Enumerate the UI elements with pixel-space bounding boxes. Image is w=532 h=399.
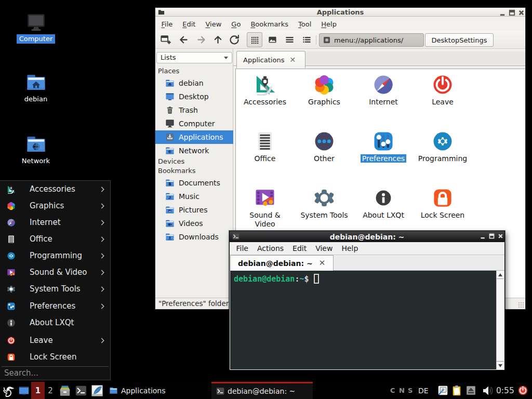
sidebar-item-trash[interactable]: Trash [155, 103, 233, 117]
menu-item-programming[interactable]: Programming [0, 247, 110, 264]
desktop-icon-computer[interactable]: Computer [14, 12, 58, 44]
menu-item-sound-video[interactable]: Sound & Video [0, 264, 110, 281]
app-item-about-lxqt[interactable]: About LXQt [354, 187, 413, 220]
terminal-menu-actions[interactable]: Actions [252, 243, 288, 254]
sidebar-item-desktop[interactable]: Desktop [155, 90, 233, 103]
tab-close-icon[interactable]: ✕ [289, 56, 296, 63]
sidebar-item-downloads[interactable]: Downloads [155, 230, 233, 244]
leave-button[interactable] [517, 382, 528, 399]
thumbnail-view-button[interactable] [266, 33, 278, 46]
back-button[interactable] [177, 33, 190, 46]
new-tab-button[interactable] [159, 33, 172, 46]
reload-button[interactable] [228, 33, 241, 46]
tray-volume[interactable] [481, 382, 494, 399]
fm-menu-edit[interactable]: Edit [178, 18, 201, 30]
menu-search-input[interactable]: Search... [4, 368, 38, 378]
terminal-menu-edit[interactable]: Edit [288, 243, 311, 254]
sidebar-mode-combobox[interactable]: Lists [156, 52, 232, 63]
menu-item-internet[interactable]: Internet [0, 214, 110, 231]
show-desktop-button[interactable] [18, 382, 30, 399]
desktop-icon-network[interactable]: Network [14, 134, 58, 166]
fm-menu-bookmarks[interactable]: Bookmarks [246, 18, 294, 30]
desktop-icon-debian[interactable]: debian [14, 72, 58, 104]
app-item-programming[interactable]: Programming [413, 130, 472, 163]
tray-clipboard[interactable] [451, 382, 462, 399]
app-item-sound-video[interactable]: Sound & Video [235, 187, 295, 229]
terminal-menu-view[interactable]: View [311, 243, 337, 254]
lock-screen-icon [432, 187, 454, 209]
app-item-preferences[interactable]: Preferences [354, 130, 413, 163]
programming-icon [7, 251, 16, 260]
menu-item-preferences[interactable]: Preferences [0, 298, 110, 314]
fm-menu-view[interactable]: View [201, 18, 227, 30]
menu-item-about-lxqt[interactable]: About LXQt [0, 314, 110, 331]
up-button[interactable] [211, 33, 224, 46]
sidebar-item-videos[interactable]: Videos [155, 217, 233, 230]
system-tools-icon [313, 187, 335, 209]
internet-icon [373, 74, 394, 96]
menu-item-office[interactable]: Office [0, 231, 110, 247]
resize-grip[interactable] [518, 302, 524, 308]
sidebar-item-network[interactable]: Network [155, 144, 233, 157]
scroll-up-icon[interactable] [497, 271, 504, 279]
app-item-lock-screen[interactable]: Lock Screen [413, 187, 472, 220]
detailed-view-button[interactable] [300, 33, 313, 46]
fm-menu-tool[interactable]: Tool [294, 18, 316, 30]
terminal-menu-file[interactable]: File [232, 243, 252, 254]
fm-menu-go[interactable]: Go [227, 18, 246, 30]
path-segment-applications[interactable]: menu://applications/ [319, 33, 424, 47]
quicklaunch-file-manager[interactable] [59, 382, 71, 399]
app-item-internet[interactable]: Internet [354, 74, 413, 107]
app-item-accessories[interactable]: Accessories [235, 74, 295, 107]
forward-button[interactable] [195, 33, 207, 46]
scroll-down-icon[interactable] [497, 361, 504, 369]
tab-close-icon[interactable]: ✕ [319, 259, 326, 267]
app-item-graphics[interactable]: Graphics [295, 74, 354, 107]
sidebar-item-applications[interactable]: Applications [155, 130, 233, 144]
task-button-terminal[interactable]: debian@debian: ~ [211, 382, 313, 399]
app-menu-button[interactable] [2, 382, 15, 399]
minimize-button[interactable] [479, 232, 487, 240]
quicklaunch-featherpad[interactable] [91, 382, 103, 399]
taskbar-clock[interactable]: 0:55 [496, 382, 514, 399]
tray-screenshot[interactable] [437, 382, 448, 399]
fm-menu-file[interactable]: File [156, 18, 178, 30]
app-item-office[interactable]: Office [235, 130, 295, 163]
fm-menu-help[interactable]: Help [316, 18, 342, 30]
desktop-icon-label: Network [19, 156, 52, 166]
menu-item-system-tools[interactable]: System Tools [0, 281, 110, 297]
menu-item-accessories[interactable]: Accessories [0, 181, 110, 197]
maximize-button[interactable] [488, 232, 496, 240]
fm-titlebar[interactable]: Applications [155, 8, 525, 17]
terminal-tab[interactable]: debian@debian: ~ ✕ [230, 255, 334, 271]
sidebar-item-computer[interactable]: Computer [155, 117, 233, 130]
workspace-2-button[interactable]: 2 [46, 382, 55, 399]
close-button[interactable] [497, 232, 504, 240]
terminal-titlebar[interactable]: debian@debian: ~ [230, 231, 504, 242]
sidebar-item-music[interactable]: Music [155, 190, 233, 203]
keyboard-layout-indicator[interactable]: DE [418, 382, 429, 399]
app-item-system-tools[interactable]: System Tools [295, 187, 354, 220]
menu-item-lock-screen[interactable]: Lock Screen [0, 349, 110, 365]
app-item-leave[interactable]: Leave [413, 74, 472, 107]
terminal-scrollbar[interactable] [496, 271, 504, 369]
menu-item-leave[interactable]: Leave [0, 332, 110, 349]
task-button-applications[interactable]: Applications [109, 382, 166, 399]
terminal-screen[interactable]: debian@debian:~$ [230, 271, 496, 369]
fm-tab-applications[interactable]: Applications ✕ [236, 51, 305, 68]
menu-item-graphics[interactable]: Graphics [0, 197, 110, 214]
tray-removable-media[interactable] [466, 382, 476, 399]
maximize-button[interactable] [508, 8, 516, 17]
app-item-other[interactable]: Other [295, 130, 354, 163]
compact-view-button[interactable] [283, 33, 296, 46]
terminal-menu-help[interactable]: Help [337, 243, 363, 254]
sidebar-item-documents[interactable]: Documents [155, 176, 233, 190]
sidebar-item-pictures[interactable]: Pictures [155, 203, 233, 217]
path-button-desktopsettings[interactable]: DesktopSettings [425, 33, 494, 47]
icon-view-button[interactable] [247, 32, 262, 47]
minimize-button[interactable] [498, 8, 507, 17]
workspace-1-button[interactable]: 1 [31, 382, 45, 399]
close-button[interactable] [517, 8, 525, 17]
quicklaunch-terminal[interactable] [75, 382, 87, 399]
sidebar-item-debian[interactable]: debian [155, 76, 233, 90]
